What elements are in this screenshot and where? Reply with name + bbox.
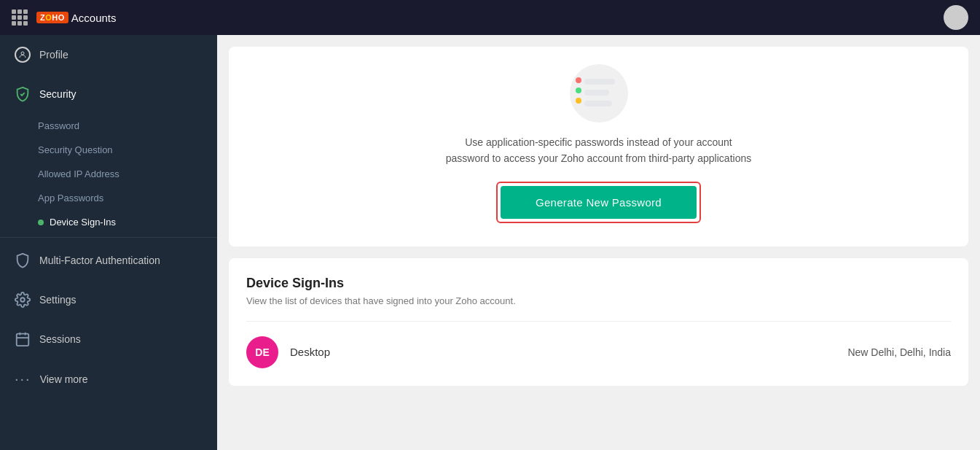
illus-line-3	[584, 101, 612, 106]
main-content: Use application-specific passwords inste…	[217, 35, 980, 450]
illus-dot-green	[576, 88, 581, 93]
generate-password-button[interactable]: Generate New Password	[501, 186, 697, 219]
sidebar-sub-password[interactable]: Password	[38, 114, 217, 138]
app-title: Accounts	[71, 12, 117, 24]
app-passwords-card: Use application-specific passwords inste…	[229, 47, 968, 247]
shield-icon	[15, 86, 31, 102]
view-more-label: View more	[40, 373, 88, 385]
topbar: ZOHO Accounts	[0, 0, 980, 35]
user-avatar[interactable]	[944, 5, 968, 30]
zoho-badge: ZOHO	[36, 12, 68, 23]
sidebar-sub-device-sign-ins[interactable]: Device Sign-Ins	[38, 210, 217, 234]
active-dot	[38, 220, 44, 225]
illus-line-1	[584, 79, 615, 85]
illus-dot-red	[576, 77, 581, 83]
svg-point-0	[21, 52, 24, 55]
sidebar: Profile Security Password Security Quest…	[0, 35, 217, 450]
device-sign-ins-title: Device Sign-Ins	[246, 276, 951, 291]
gear-icon	[15, 292, 31, 308]
sidebar-item-sessions[interactable]: Sessions	[0, 319, 217, 359]
generate-password-highlight: Generate New Password	[496, 182, 701, 223]
device-name: Desktop	[290, 346, 836, 358]
sidebar-sub-app-passwords[interactable]: App Passwords	[38, 186, 217, 210]
calendar-icon	[15, 331, 31, 347]
person-icon	[15, 47, 31, 63]
illus-dot-yellow	[576, 98, 581, 104]
svg-point-1	[20, 298, 25, 302]
device-sign-ins-label: Device Sign-Ins	[50, 217, 116, 228]
sessions-label: Sessions	[39, 333, 81, 345]
app-passwords-label: App Passwords	[38, 193, 103, 203]
illus-line-2	[584, 90, 609, 96]
sidebar-profile-label: Profile	[39, 49, 68, 61]
device-sign-ins-card: Device Sign-Ins View the list of devices…	[229, 258, 968, 386]
dots-icon: ···	[15, 371, 31, 387]
password-label: Password	[38, 120, 79, 131]
zoho-logo: ZOHO Accounts	[36, 12, 117, 24]
security-submenu: Password Security Question Allowed IP Ad…	[0, 114, 217, 234]
sidebar-security-label: Security	[39, 88, 77, 100]
device-sign-ins-subtitle: View the list of devices that have signe…	[246, 295, 951, 306]
sidebar-item-security[interactable]: Security	[0, 74, 217, 114]
app-illustration	[562, 64, 635, 123]
device-avatar: DE	[246, 336, 278, 368]
device-row: DE Desktop New Delhi, Delhi, India	[246, 336, 951, 368]
sidebar-item-profile[interactable]: Profile	[0, 35, 217, 74]
sidebar-item-mfa[interactable]: Multi-Factor Authentication	[0, 241, 217, 280]
sidebar-item-settings[interactable]: Settings	[0, 280, 217, 319]
app-passwords-description: Use application-specific passwords inste…	[446, 134, 752, 167]
settings-label: Settings	[39, 294, 77, 306]
svg-rect-2	[17, 334, 29, 346]
sidebar-sub-allowed-ip[interactable]: Allowed IP Address	[38, 162, 217, 186]
mfa-label: Multi-Factor Authentication	[39, 255, 160, 266]
sidebar-sub-security-question[interactable]: Security Question	[38, 138, 217, 162]
shield-outline-icon	[15, 252, 31, 268]
device-location: New Delhi, Delhi, India	[847, 346, 951, 358]
sidebar-item-view-more[interactable]: ··· View more	[0, 359, 217, 399]
security-question-label: Security Question	[38, 144, 113, 155]
allowed-ip-label: Allowed IP Address	[38, 168, 119, 179]
grid-icon[interactable]	[12, 9, 28, 26]
device-divider	[246, 321, 951, 322]
